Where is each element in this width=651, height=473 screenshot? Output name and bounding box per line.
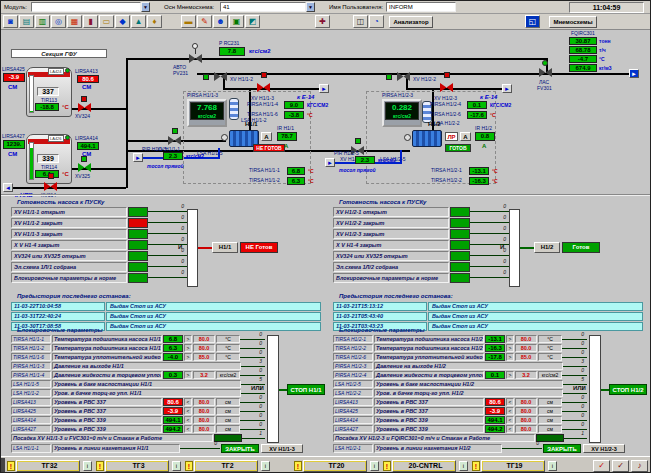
image-icon[interactable]: ▣ [229, 15, 244, 28]
exit-icon[interactable]: ◙ [3, 15, 18, 28]
tools-icon[interactable]: ✚ [315, 15, 330, 28]
alarm-group-button[interactable]: ТГ2 [194, 460, 258, 472]
lsa-h11-2-vessel-icon [229, 98, 239, 120]
block-row-value: -3.9 [163, 407, 183, 415]
block-row-limit: 85.0 [193, 353, 215, 361]
pills-icon[interactable]: ▮ [83, 15, 98, 28]
alarm-flag-icon[interactable]: ! [96, 461, 104, 471]
landscape-icon[interactable]: ◩ [245, 15, 260, 28]
info-button[interactable]: i [548, 461, 557, 471]
analyzer-button[interactable]: Анализатор [389, 16, 433, 28]
pump-h12-icon[interactable] [412, 130, 442, 147]
alarm-flag-icon[interactable]: ! [472, 461, 480, 471]
alarm-flag-icon[interactable]: ! [383, 461, 391, 471]
history-row[interactable]: 11-03-21Т05:43:40 Выдан Стоп из АСУ [333, 312, 643, 321]
block-title: Блокировочные параметры [339, 327, 425, 333]
xv-h12-2-valve-icon[interactable] [397, 72, 410, 81]
mute-icon[interactable]: ♪ [631, 460, 648, 472]
block-row-comparator: > [184, 353, 192, 361]
mnemoschemes-button[interactable]: Мнемосхемы [549, 16, 597, 28]
block-row-tag: TIRSA Н1/2-6 [333, 353, 373, 361]
pump1-mode-box[interactable]: А [261, 132, 272, 141]
alarm-group-button[interactable]: ТГ32 [16, 460, 80, 472]
report-icon[interactable]: ▤ [19, 15, 34, 28]
doc-icon[interactable]: ▥ [35, 15, 50, 28]
alarm-group-button[interactable]: 20-CNTRL [392, 460, 456, 472]
display-unit: кгс/см2 [191, 113, 223, 119]
xv-h11-3-valve-icon[interactable] [257, 83, 270, 92]
users-icon[interactable]: ☻ [213, 15, 228, 28]
pipe [406, 88, 502, 90]
alarm-flag-icon[interactable]: ! [294, 461, 302, 471]
folder-icon[interactable]: ▭ [99, 15, 114, 28]
pump-h12-name: Н1/2 [428, 122, 441, 127]
shutdown-state [536, 434, 564, 442]
tirsa-h11-6-tag: TIRSA Н1/1-6 [247, 112, 278, 117]
info-button[interactable]: i [172, 461, 181, 471]
diamond-icon[interactable]: ◆ [115, 15, 130, 28]
cassette-icon[interactable]: ▬ [181, 15, 196, 28]
fv301-valve-icon[interactable] [539, 68, 552, 77]
info-button[interactable]: i [261, 461, 270, 471]
pir-h12-5-value: 2.3 [355, 156, 375, 164]
block-row-tag: LIRSA425 [11, 407, 51, 415]
search-chart-icon[interactable]: ◎ [51, 15, 66, 28]
block-row: PIRSA Н1/2-4 Давление жидкости в торцево… [333, 371, 587, 379]
close-button[interactable]: ЗАКРЫТЬ [221, 444, 259, 453]
block-row: LIRSA414 Уровень в РВС 339 494.1 < 80.0 … [333, 416, 587, 424]
printer-icon[interactable]: ◫ [353, 15, 368, 28]
ready-row-label: XV Н1/1-3 закрыт [11, 229, 127, 239]
alarm-flag-icon[interactable]: ! [185, 461, 193, 471]
tirsa-h12-1-tag: TIRSA Н1/2-1 [431, 168, 462, 173]
block-row-value: -3.9 [485, 407, 505, 415]
mnemoscheme-combo-dropdown-icon[interactable]: ▼ [306, 2, 315, 12]
fqirc301-unit: тонн [599, 37, 610, 45]
info-button[interactable]: i [83, 461, 92, 471]
history-row[interactable]: 11-03-31Т22:40:24 Выдан Стоп из АСУ [11, 312, 321, 321]
ir-h12-unit: А [482, 144, 486, 149]
module-combo-dropdown-icon[interactable]: ▼ [141, 2, 150, 12]
xv-h11-1-valve-icon[interactable] [168, 136, 181, 145]
username-field[interactable]: INFORM [386, 2, 456, 12]
ready-row-label: XV324 или XV325 открыт [333, 251, 449, 261]
alarm-flag-icon[interactable]: ! [7, 461, 15, 471]
xv314-valve-icon[interactable] [44, 182, 57, 191]
clock-icon[interactable]: ◔ [369, 15, 384, 28]
alarm-group: ! ТГ20 i [294, 460, 379, 472]
chart-icon[interactable]: ▲ [131, 15, 146, 28]
info-button[interactable]: i [370, 461, 379, 471]
alarm-group-button[interactable]: ТГ20 [303, 460, 367, 472]
xv324-valve-icon[interactable] [78, 103, 91, 112]
info-button[interactable]: i [459, 461, 468, 471]
signature-icon[interactable]: ✎ [197, 15, 212, 28]
bell-icon[interactable]: ♦ [147, 15, 162, 28]
screen-switch-icon[interactable]: ◱ [525, 15, 540, 28]
close-row-desc: Уровень в линии нагнетания Н1/1 [52, 444, 180, 453]
alarm-group-button[interactable]: ТГ3 [105, 460, 169, 472]
block-row-desc: Уровень в РВС 337 [374, 407, 484, 415]
block-row-comparator: < [184, 398, 192, 406]
ack-all-icon[interactable]: ✓ [612, 460, 629, 472]
history-row[interactable]: 11-03-21Т15:13:12 Выдан Стоп из АСУ [333, 302, 643, 311]
xv-h12-3-valve-icon[interactable] [440, 83, 453, 92]
history-row[interactable]: 11-03-22Т10:04:58 Выдан Стоп из АСУ [11, 302, 321, 311]
xv325-valve-icon[interactable] [78, 163, 91, 172]
pv231-valve-icon[interactable] [189, 54, 202, 63]
module-combo[interactable] [31, 2, 141, 12]
block-row-value: -17.8 [485, 353, 505, 361]
pump2-mode-box[interactable]: А [460, 132, 471, 141]
section-title: Секция ГФУ [11, 49, 107, 58]
coolant1-line-label: тосол прямой [147, 164, 184, 169]
tirsa-h12-1-value: -13.1 [469, 167, 489, 175]
xv-h11-2-valve-icon[interactable] [214, 72, 227, 81]
alarm-group-button[interactable]: ТГ19 [481, 460, 545, 472]
palette-icon[interactable]: ▦ [67, 15, 82, 28]
mnemoscheme-combo[interactable]: 41 [220, 2, 306, 12]
ack-icon[interactable]: ✓ [593, 460, 610, 472]
shutdown-row: Посадка XV Н1/1-3 и FVC301=0 т/ч и Стака… [11, 434, 265, 442]
xv325-tag: XV325 [75, 174, 90, 179]
tir113-value: -18.8 [35, 103, 59, 111]
block-row-limit: 80.0 [515, 398, 537, 406]
close-button[interactable]: ЗАКРЫТЬ [543, 444, 581, 453]
close-row: LSA Н1/2-1 Уровень в линии нагнетания Н1… [333, 444, 645, 453]
